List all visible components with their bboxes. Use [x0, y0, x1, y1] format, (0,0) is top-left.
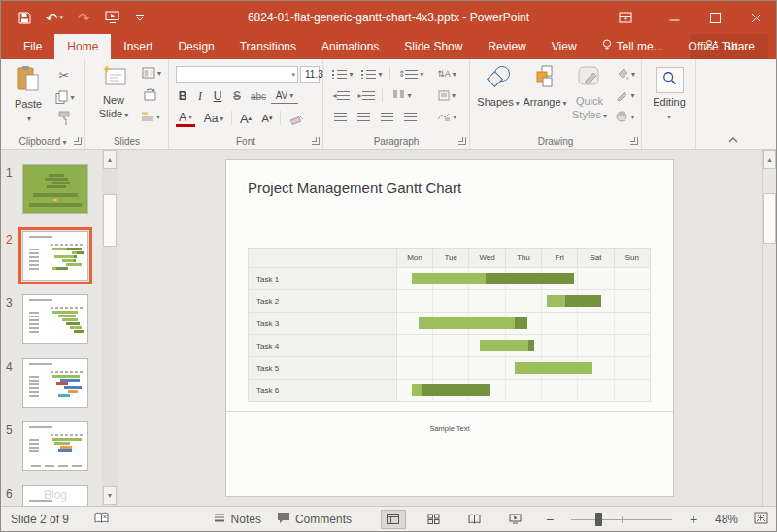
notes-button[interactable]: Notes — [213, 513, 261, 526]
scroll-down-icon[interactable]: ▼ — [103, 486, 117, 505]
tab-home[interactable]: Home — [54, 34, 111, 59]
ribbon-display-options-icon[interactable] — [605, 1, 646, 34]
align-text-button[interactable] — [432, 88, 461, 102]
slide-thumbnail-5[interactable] — [22, 421, 88, 471]
copy-icon[interactable] — [52, 88, 78, 106]
sample-text[interactable]: Sample Text — [226, 424, 673, 433]
tab-tell-me[interactable]: Tell me... — [590, 34, 676, 59]
zoom-percent[interactable]: 48% — [715, 513, 738, 526]
line-spacing-button[interactable]: ⇕ — [397, 67, 424, 81]
reading-view-button[interactable] — [462, 510, 488, 529]
decrease-indent-icon[interactable]: ◂ — [331, 88, 351, 102]
gantt-bar-completed[interactable] — [412, 273, 486, 284]
share-button[interactable]: Share — [690, 34, 768, 59]
italic-button[interactable]: I — [193, 88, 207, 104]
strikethrough-button[interactable]: abc — [248, 88, 269, 104]
slide-layout-icon[interactable] — [139, 65, 164, 81]
cut-icon[interactable]: ✂ — [54, 67, 74, 83]
font-dialog-launcher-icon[interactable] — [312, 137, 320, 145]
quick-styles-button[interactable]: QuickStyles — [569, 65, 610, 121]
tab-file[interactable]: File — [11, 34, 54, 59]
shapes-button[interactable]: Shapes — [478, 65, 519, 110]
save-icon[interactable] — [18, 12, 31, 24]
gantt-bar-remaining[interactable] — [565, 295, 601, 307]
character-spacing-button[interactable]: AV — [271, 88, 298, 104]
tab-transitions[interactable]: Transitions — [227, 34, 309, 59]
scroll-up-icon[interactable]: ▲ — [103, 150, 117, 169]
gantt-bar-completed[interactable] — [419, 317, 515, 329]
gantt-bar-completed[interactable] — [412, 384, 422, 396]
undo-button[interactable]: ↶▾ — [46, 11, 63, 25]
clipboard-dialog-launcher-icon[interactable] — [74, 137, 82, 145]
gantt-bar-remaining[interactable] — [486, 273, 574, 284]
start-from-beginning-icon[interactable] — [105, 11, 120, 24]
increase-font-size-button[interactable]: A▴ — [237, 110, 254, 127]
editing-button[interactable]: Editing ▾ — [648, 67, 691, 122]
slide-show-view-button[interactable] — [503, 510, 528, 529]
thumbnail-scrollbar[interactable]: ▲ ▼ — [102, 150, 118, 506]
underline-button[interactable]: U — [211, 88, 224, 104]
bullets-button[interactable] — [331, 67, 355, 81]
vertical-scrollbar[interactable]: ▲ — [762, 150, 776, 506]
customize-quick-access-toolbar-icon[interactable] — [135, 14, 145, 22]
font-size-combobox[interactable]: 11.3 — [300, 66, 320, 83]
zoom-out-button[interactable]: − — [544, 512, 556, 527]
thumbnail-scrollbar-thumb[interactable] — [103, 194, 117, 247]
tab-animations[interactable]: Animations — [309, 34, 391, 59]
numbering-button[interactable] — [360, 67, 384, 81]
section-icon[interactable] — [137, 108, 164, 125]
gantt-bar-completed[interactable] — [515, 362, 592, 374]
slide-title[interactable]: Project Management Gantt Chart — [248, 180, 461, 196]
paragraph-dialog-launcher-icon[interactable] — [458, 137, 466, 145]
close-button[interactable] — [735, 1, 776, 34]
justify-icon[interactable] — [401, 110, 419, 123]
slide-thumbnail-2[interactable] — [22, 231, 88, 281]
tab-view[interactable]: View — [539, 34, 590, 59]
zoom-slider-thumb[interactable] — [595, 513, 602, 526]
shape-fill-icon[interactable] — [612, 67, 639, 81]
reset-slide-icon[interactable] — [139, 86, 160, 102]
normal-view-button[interactable] — [381, 510, 406, 529]
gantt-chart[interactable]: MonTueWedThuFriSatSun Task 1Task 2Task 3… — [248, 248, 651, 402]
collapse-ribbon-icon[interactable] — [727, 133, 739, 145]
scroll-up-icon[interactable]: ▲ — [763, 150, 776, 169]
zoom-slider[interactable] — [571, 513, 672, 526]
shape-effects-icon[interactable] — [612, 110, 639, 123]
gantt-bar-remaining[interactable] — [528, 340, 534, 351]
slide-thumbnail-1[interactable] — [22, 164, 88, 214]
vertical-scrollbar-thumb[interactable] — [763, 193, 776, 244]
increase-indent-icon[interactable]: ▸ — [356, 88, 376, 102]
slide-thumbnail-3[interactable] — [22, 294, 88, 344]
format-painter-icon[interactable] — [54, 110, 74, 127]
gantt-bar-remaining[interactable] — [515, 317, 527, 329]
shape-outline-icon[interactable] — [612, 88, 639, 102]
slide-thumbnail-6[interactable]: Blog — [22, 485, 88, 506]
minimize-button[interactable] — [654, 1, 694, 34]
slide-editing-surface[interactable]: Project Management Gantt Chart MonTueWed… — [225, 159, 674, 497]
drawing-dialog-launcher-icon[interactable] — [630, 137, 638, 145]
spell-check-icon[interactable] — [94, 512, 109, 527]
clear-formatting-icon[interactable] — [287, 110, 307, 127]
gantt-bar-completed[interactable] — [480, 340, 528, 351]
tab-review[interactable]: Review — [475, 34, 538, 59]
columns-button[interactable] — [389, 88, 415, 102]
arrange-button[interactable]: Arrange — [523, 65, 567, 110]
text-shadow-button[interactable]: S — [230, 88, 244, 104]
slide-thumbnail-4[interactable] — [22, 358, 88, 408]
bold-button[interactable]: B — [176, 88, 189, 104]
slide-indicator[interactable]: Slide 2 of 9 — [11, 513, 69, 526]
decrease-font-size-button[interactable]: A▾ — [258, 110, 276, 127]
align-left-icon[interactable] — [331, 110, 349, 123]
fit-slide-to-window-icon[interactable] — [754, 512, 768, 527]
new-slide-button[interactable]: NewSlide — [91, 65, 136, 120]
maximize-button[interactable] — [694, 1, 735, 34]
undo-dropdown-icon[interactable]: ▾ — [60, 14, 64, 21]
slide-sorter-view-button[interactable] — [422, 510, 447, 529]
tab-design[interactable]: Design — [165, 34, 226, 59]
change-case-button[interactable]: Aa — [201, 110, 226, 127]
paste-button[interactable]: Paste — [7, 65, 50, 124]
convert-to-smartart-button[interactable] — [432, 110, 461, 123]
text-direction-button[interactable]: ⇅A — [432, 67, 461, 81]
tab-slide-show[interactable]: Slide Show — [391, 34, 475, 59]
gantt-bar-remaining[interactable] — [422, 384, 490, 396]
